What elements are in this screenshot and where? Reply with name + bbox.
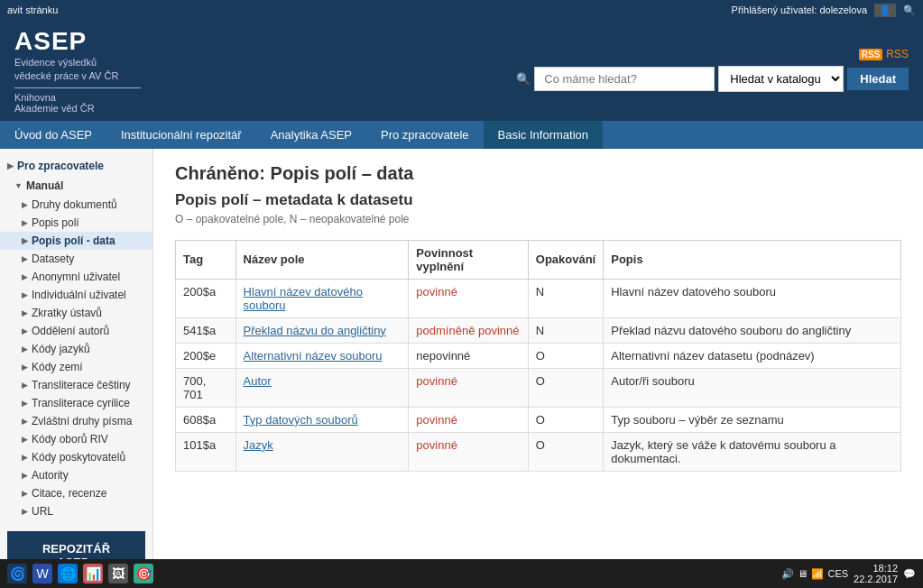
taskbar-icon-ie[interactable]: 🌐 xyxy=(58,564,78,583)
item-arrow-icon: ▶ xyxy=(22,254,28,263)
cell-tag: 200$a xyxy=(176,279,236,317)
sidebar-item-label: Individuální uživatel xyxy=(32,289,126,301)
cell-field-name[interactable]: Autor xyxy=(235,368,409,407)
cell-tag: 200$e xyxy=(176,343,236,368)
sidebar-item-zvlastni-pisma[interactable]: ▶ Zvláštní druhy písma xyxy=(0,412,152,430)
rss-label: RSS xyxy=(886,48,909,60)
cell-description: Typ souboru – výběr ze seznamu xyxy=(604,407,901,432)
cell-requirement: povinné xyxy=(409,279,528,317)
cell-requirement: povinné xyxy=(409,432,528,471)
page-subtitle: Popis polí – metadata k datasetu xyxy=(175,191,901,209)
sidebar-item-oddeleni[interactable]: ▶ Oddělení autorů xyxy=(0,322,152,340)
top-bar: avit stránku Přihlášený uživatel: doleze… xyxy=(0,0,923,20)
sidebar-item-citace[interactable]: ▶ Citace, recenze xyxy=(0,484,152,502)
cell-field-name[interactable]: Alternativní název souboru xyxy=(235,343,409,368)
logo-title[interactable]: ASEP xyxy=(14,27,141,56)
sidebar-item-kody-oboru[interactable]: ▶ Kódy oborů RIV xyxy=(0,430,152,448)
cell-requirement: podmíněně povinné xyxy=(409,317,528,343)
search-input[interactable] xyxy=(534,67,715,91)
cell-requirement: povinné xyxy=(409,368,528,407)
taskbar-icon-misc1[interactable]: 🖼 xyxy=(108,564,128,583)
sidebar-item-kody-jazyku[interactable]: ▶ Kódy jazyků xyxy=(0,340,152,358)
item-arrow-icon: ▶ xyxy=(22,435,28,444)
nav-item-repozitar[interactable]: Institucionální repozitář xyxy=(106,121,256,149)
taskbar-lang-label: CES xyxy=(827,568,848,579)
col-name: Název pole xyxy=(235,240,409,279)
nav-item-uvod[interactable]: Úvod do ASEP xyxy=(0,121,106,149)
item-arrow-icon: ▶ xyxy=(22,471,28,480)
rss-area[interactable]: RSS RSS xyxy=(859,48,909,60)
sidebar-group-manual[interactable]: ▼ Manuál xyxy=(0,176,152,196)
sidebar-item-transliterace-cestiny[interactable]: ▶ Transliterace češtiny xyxy=(0,376,152,394)
sidebar-item-popis-poli-data[interactable]: ▶ Popis polí - data xyxy=(0,232,152,250)
cell-field-name[interactable]: Překlad názvu do angličtiny xyxy=(235,317,409,343)
sidebar-item-label: Kódy jazyků xyxy=(32,343,90,355)
taskbar-icon-word[interactable]: W xyxy=(32,564,52,583)
logo-library: KnihovnaAkademie věd ČR xyxy=(14,92,141,114)
search-icon[interactable]: 🔍 xyxy=(903,5,916,16)
cell-description: Překlad názvu datového souboru do anglič… xyxy=(604,317,901,343)
search-scope-select[interactable]: Hledat v katalogu xyxy=(718,66,844,92)
user-avatar: 👤 xyxy=(874,4,896,17)
item-arrow-icon: ▶ xyxy=(22,417,28,426)
sidebar-item-druhy-dokumentu[interactable]: ▶ Druhy dokumentů xyxy=(0,196,152,214)
taskbar-notify-icon: 💬 xyxy=(903,568,916,580)
cell-field-name[interactable]: Jazyk xyxy=(235,432,409,471)
sidebar-item-label: Popis polí - data xyxy=(32,234,115,247)
rss-icon: RSS xyxy=(859,49,883,60)
taskbar-display-icon: 🖥 xyxy=(798,568,808,579)
top-bar-left: avit stránku xyxy=(7,5,58,15)
taskbar-icon-ppt[interactable]: 📊 xyxy=(83,564,103,583)
sidebar-item-individualni[interactable]: ▶ Individuální uživatel xyxy=(0,286,152,304)
table-row: 541$a Překlad názvu do angličtiny podmín… xyxy=(176,317,901,343)
sidebar-item-label: Kódy oborů RIV xyxy=(32,433,108,446)
logged-user-label: Přihlášený uživatel: dolezelova xyxy=(732,5,867,15)
sidebar-item-popis-poli[interactable]: ▶ Popis polí xyxy=(0,214,152,232)
sidebar-item-anonymni[interactable]: ▶ Anonymní uživatel xyxy=(0,268,152,286)
sidebar-item-transliterace-cyrilice[interactable]: ▶ Transliterace cyrilice xyxy=(0,394,152,412)
taskbar-icon-start[interactable]: 🌀 xyxy=(7,564,27,583)
taskbar-icon-misc2[interactable]: 🎯 xyxy=(134,564,153,583)
nav-item-analytika[interactable]: Analytika ASEP xyxy=(256,121,366,149)
sidebar-item-label: Anonymní uživatel xyxy=(32,271,120,283)
search-button[interactable]: Hledat xyxy=(847,68,909,90)
taskbar-volume-icon: 🔊 xyxy=(781,568,794,580)
cell-field-name[interactable]: Hlavní název datového souboru xyxy=(235,279,409,317)
sidebar-item-autority[interactable]: ▶ Autority xyxy=(0,466,152,484)
nav-item-zpracovatele[interactable]: Pro zpracovatele xyxy=(366,121,484,149)
sidebar-item-label: Citace, recenze xyxy=(32,487,106,500)
table-row: 200$a Hlavní název datového souboru povi… xyxy=(176,279,901,317)
cell-description: Jazyk, který se váže k datovému souboru … xyxy=(604,432,901,471)
sidebar-item-url[interactable]: ▶ URL xyxy=(0,502,152,520)
table-row: 101$a Jazyk povinné O Jazyk, který se vá… xyxy=(176,432,901,471)
taskbar-right: 🔊 🖥 📶 CES 18:12 22.2.2017 💬 xyxy=(781,563,916,584)
sidebar-item-datasety[interactable]: ▶ Datasety xyxy=(0,250,152,268)
item-arrow-icon: ▶ xyxy=(22,272,28,281)
cell-tag: 101$a xyxy=(176,432,236,471)
logo-subtitle: Evidence výsledkůvědecké práce v AV ČR xyxy=(14,56,141,84)
sidebar-item-kody-poskytovatelu[interactable]: ▶ Kódy poskytovatelů xyxy=(0,448,152,466)
taskbar-date: 22.2.2017 xyxy=(854,574,898,584)
item-arrow-icon: ▶ xyxy=(22,236,28,245)
fields-table: Tag Název pole Povinnost vyplnění Opakov… xyxy=(175,240,901,472)
sidebar-item-label: Druhy dokumentů xyxy=(32,198,117,211)
sidebar-item-zkratky[interactable]: ▶ Zkratky ústavů xyxy=(0,304,152,322)
nav-item-basic-info[interactable]: Basic Information xyxy=(484,121,603,149)
sidebar-item-label: Kódy poskytovatelů xyxy=(32,451,125,464)
arrow-icon: ▶ xyxy=(7,161,14,170)
item-arrow-icon: ▶ xyxy=(22,453,28,462)
main-content: Chráněno: Popis polí – data Popis polí –… xyxy=(153,149,923,588)
sidebar-section-pro-zpracovatele[interactable]: ▶ Pro zpracovatele xyxy=(0,156,152,176)
cell-field-name[interactable]: Typ datových souborů xyxy=(235,407,409,432)
cell-tag: 608$a xyxy=(176,407,236,432)
item-arrow-icon: ▶ xyxy=(22,345,28,354)
cell-repetition: O xyxy=(528,407,603,432)
sidebar-item-label: Oddělení autorů xyxy=(32,325,109,337)
page-title: Chráněno: Popis polí – data xyxy=(175,163,901,184)
item-arrow-icon: ▶ xyxy=(22,308,28,317)
sidebar-item-label: Kódy zemí xyxy=(32,361,83,373)
sidebar-item-kody-zemi[interactable]: ▶ Kódy zemí xyxy=(0,358,152,376)
col-tag: Tag xyxy=(176,240,236,279)
cell-requirement: nepovinné xyxy=(409,343,528,368)
sidebar-item-label: URL xyxy=(32,505,53,518)
